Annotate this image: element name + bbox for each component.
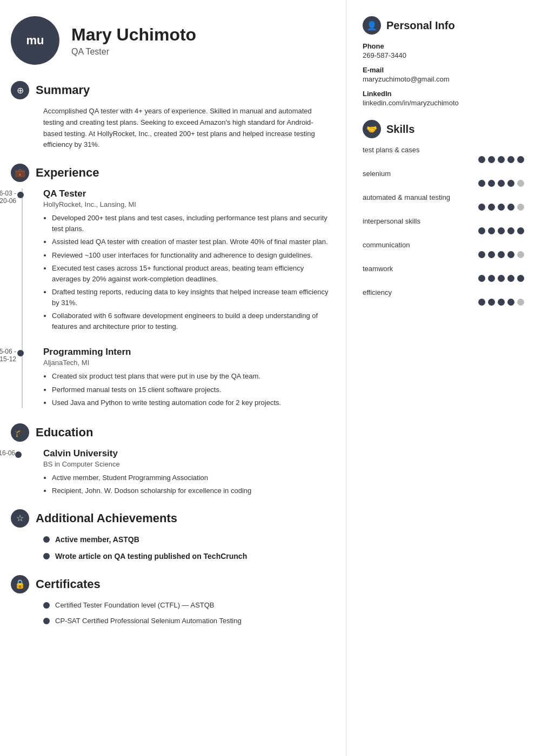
skill-dots (363, 299, 524, 306)
personal-info-item: E-mailmaryzuchimoto@gmail.com (363, 66, 524, 83)
skills-title: Skills (386, 123, 414, 136)
certificates-icon: 🔒 (11, 575, 29, 593)
skills-icon: 🤝 (363, 120, 381, 138)
job-title: QA Tester (71, 47, 196, 57)
company: HollyRocket, Inc., Lansing, MI (43, 200, 330, 208)
empty-dot (517, 204, 524, 211)
filled-dot (507, 251, 514, 258)
skill-dots (363, 180, 524, 187)
filled-dot (517, 156, 524, 163)
right-column: 👤 Personal Info Phone269-587-3440E-mailm… (346, 0, 535, 756)
degree: BS in Computer Science (43, 460, 330, 468)
header-text: Mary Uchimoto QA Tester (71, 25, 196, 57)
job-bullets: Created six product test plans that were… (43, 371, 330, 408)
filled-dot (478, 156, 485, 163)
skill-item: selenium (363, 170, 524, 187)
filled-dot (488, 299, 495, 306)
experience-icon: 💼 (11, 164, 29, 182)
empty-dot (517, 180, 524, 187)
cert-dot (43, 602, 50, 609)
job-bullets: Developed 200+ test plans and test cases… (43, 213, 330, 332)
skill-item: teamwork (363, 265, 524, 282)
education-header: 🎓 Education (11, 423, 330, 442)
personal-info-header: 👤 Personal Info (363, 16, 524, 35)
filled-dot (478, 275, 485, 282)
certificates-section: 🔒 Certificates Certified Tester Foundati… (11, 575, 330, 626)
certificates-header: 🔒 Certificates (11, 575, 330, 593)
skill-name: automated & manual testing (363, 193, 524, 201)
skill-dots (363, 227, 524, 234)
summary-title: Summary (36, 83, 90, 97)
job-title: QA Tester (43, 188, 330, 199)
list-item: Active member, Student Programming Assoc… (52, 473, 330, 483)
timeline-item: 2015-06 - 2015-12Programming InternAljan… (43, 347, 330, 408)
filled-dot (507, 275, 514, 282)
achievement-text: Active member, ASTQB (55, 534, 139, 545)
list-item: Drafted testing reports, reducing data t… (52, 287, 330, 308)
filled-dot (488, 204, 495, 211)
achievements-header: ☆ Additional Achievements (11, 509, 330, 528)
list-item: Assisted lead QA tester with creation of… (52, 237, 330, 247)
experience-section: 💼 Experience 2016-03 - 2020-06QA TesterH… (11, 164, 330, 408)
edu-dot (15, 451, 22, 458)
summary-header: ⊕ Summary (11, 81, 330, 99)
skill-name: teamwork (363, 265, 524, 273)
filled-dot (507, 227, 514, 234)
personal-info-section: 👤 Personal Info Phone269-587-3440E-mailm… (363, 16, 524, 107)
experience-timeline: 2016-03 - 2020-06QA TesterHollyRocket, I… (11, 188, 330, 408)
filled-dot (478, 251, 485, 258)
achievement-dot (43, 553, 50, 559)
school-name: Calvin University (43, 448, 330, 459)
skill-name: communication (363, 241, 524, 249)
education-item: 2016-06Calvin UniversityBS in Computer S… (11, 448, 330, 496)
education-section: 🎓 Education 2016-06Calvin UniversityBS i… (11, 423, 330, 496)
skill-item: communication (363, 241, 524, 258)
filled-dot (498, 204, 505, 211)
achievements-list: Active member, ASTQBWrote article on QA … (11, 534, 330, 562)
education-container: 2016-06Calvin UniversityBS in Computer S… (11, 448, 330, 496)
personal-info-value: maryzuchimoto@gmail.com (363, 75, 524, 83)
list-item: Used Java and Python to write testing au… (52, 397, 330, 408)
filled-dot (507, 156, 514, 163)
filled-dot (498, 275, 505, 282)
achievements-icon: ☆ (11, 509, 29, 528)
skill-dots (363, 251, 524, 258)
personal-info-label: Phone (363, 42, 524, 50)
cert-list: Certified Tester Foundation level (CTFL)… (11, 600, 330, 626)
edu-date: 2016-06 (0, 449, 15, 457)
achievement-dot (43, 536, 50, 543)
resume-header: mu Mary Uchimoto QA Tester (11, 16, 330, 65)
skill-dots (363, 275, 524, 282)
list-item: Collaborated with 6 software development… (52, 310, 330, 332)
filled-dot (488, 180, 495, 187)
skill-item: test plans & cases (363, 146, 524, 163)
filled-dot (498, 180, 505, 187)
skills-list: test plans & casesseleniumautomated & ma… (363, 146, 524, 306)
achievement-text: Wrote article on QA testing published on… (55, 551, 247, 562)
avatar: mu (11, 16, 59, 65)
cert-text: CP-SAT Certified Professional Selenium A… (55, 616, 242, 626)
summary-text: Accomplished QA tester with 4+ years of … (11, 106, 330, 151)
summary-section: ⊕ Summary Accomplished QA tester with 4+… (11, 81, 330, 151)
left-column: mu Mary Uchimoto QA Tester ⊕ Summary Acc… (0, 0, 346, 756)
personal-info-value: 269-587-3440 (363, 51, 524, 59)
experience-title: Experience (36, 166, 99, 180)
filled-dot (498, 251, 505, 258)
filled-dot (498, 299, 505, 306)
filled-dot (488, 156, 495, 163)
filled-dot (488, 227, 495, 234)
cert-item: Certified Tester Foundation level (CTFL)… (43, 600, 330, 611)
list-item: Recipient, John. W. Dodson scholarship f… (52, 485, 330, 496)
filled-dot (488, 251, 495, 258)
filled-dot (498, 156, 505, 163)
empty-dot (517, 299, 524, 306)
list-item: Reviewed ~100 user interfaces for functi… (52, 250, 330, 261)
list-item: Performed manual tests on 15 client soft… (52, 384, 330, 395)
timeline-dot (17, 350, 24, 356)
filled-dot (507, 204, 514, 211)
experience-header: 💼 Experience (11, 164, 330, 182)
filled-dot (507, 180, 514, 187)
personal-info-icon: 👤 (363, 16, 381, 35)
personal-info-title: Personal Info (386, 19, 455, 32)
skill-dots (363, 204, 524, 211)
